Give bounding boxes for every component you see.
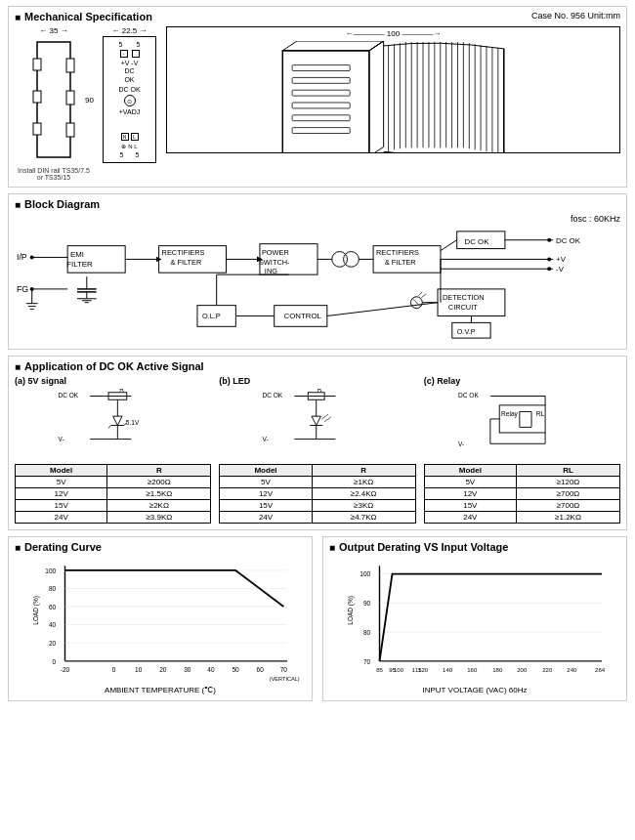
svg-text:200: 200 xyxy=(517,667,528,673)
derating-section: Derating Curve LOAD (%) 0 20 40 xyxy=(8,536,313,701)
svg-text:Relay: Relay xyxy=(501,410,518,418)
svg-text:& FILTER: & FILTER xyxy=(170,258,201,267)
top-terminal-labels: 55 xyxy=(119,41,141,48)
svg-text:EMI: EMI xyxy=(70,250,84,259)
label-dcok: DC OK xyxy=(118,86,140,93)
bot-terminal-labels: 55 xyxy=(120,151,140,158)
svg-rect-0 xyxy=(37,42,70,157)
svg-text:R: R xyxy=(119,389,124,393)
svg-text:DETECTION: DETECTION xyxy=(443,293,485,302)
svg-text:+V: +V xyxy=(556,255,567,264)
svg-text:V-: V- xyxy=(58,436,64,442)
dcok-col-c: (c) Relay DC OK Relay RL xyxy=(424,376,620,524)
svg-rect-34 xyxy=(292,77,350,83)
svg-text:O.L.P: O.L.P xyxy=(202,312,221,320)
svg-text:85: 85 xyxy=(376,667,383,673)
output-derating-chart: LOAD (%) 70 80 90 100 85 95 100 xyxy=(329,557,620,684)
svg-line-104 xyxy=(327,303,438,316)
block-diagram-area: I/P FG EMI FILTER xyxy=(15,226,620,343)
svg-text:FILTER: FILTER xyxy=(66,260,93,269)
svg-rect-6 xyxy=(33,123,41,135)
svg-text:140: 140 xyxy=(443,667,453,673)
fosc-label: fosc : 60KHz xyxy=(15,214,620,224)
svg-text:POWER: POWER xyxy=(262,248,289,257)
svg-text:120: 120 xyxy=(418,667,429,673)
svg-rect-1 xyxy=(66,59,74,72)
svg-text:80: 80 xyxy=(363,629,371,636)
mechanical-title: Mechanical Specification xyxy=(15,11,620,22)
svg-text:264: 264 xyxy=(595,667,606,673)
terminal-v-neg: - xyxy=(120,50,128,58)
svg-text:DC OK: DC OK xyxy=(58,392,78,399)
svg-rect-33 xyxy=(292,65,350,71)
svg-text:I/P: I/P xyxy=(17,252,27,262)
svg-rect-7 xyxy=(282,51,369,153)
svg-text:RL: RL xyxy=(535,410,544,417)
svg-text:100: 100 xyxy=(360,570,370,577)
svg-text:-20: -20 xyxy=(61,666,70,673)
svg-text:240: 240 xyxy=(567,667,577,673)
svg-text:RECTIFIERS: RECTIFIERS xyxy=(376,248,419,257)
svg-rect-137 xyxy=(499,405,545,433)
svg-text:& FILTER: & FILTER xyxy=(385,258,416,267)
svg-text:V-: V- xyxy=(263,436,269,442)
table-a: Model R 5V≥200Ω 12V≥1.5KΩ 15V≥2KΩ 24V≥3.… xyxy=(15,464,211,524)
profile-view: ← 35 → Inst xyxy=(15,26,93,181)
svg-text:100: 100 xyxy=(394,667,404,673)
svg-marker-116 xyxy=(113,416,122,425)
svg-text:40: 40 xyxy=(207,666,215,673)
svg-marker-129 xyxy=(312,416,320,425)
svg-text:R: R xyxy=(318,389,322,393)
derating-xlabel: AMBIENT TEMPERATURE (℃) xyxy=(15,686,306,694)
iso-view: ←———— 100 ————→ xyxy=(166,26,620,153)
page: Mechanical Specification Case No. 956 Un… xyxy=(0,0,635,707)
block-diagram-title: Block Diagram xyxy=(15,198,620,210)
svg-line-92 xyxy=(418,292,422,296)
svg-rect-38 xyxy=(292,128,350,134)
svg-text:RECTIFIERS: RECTIFIERS xyxy=(162,248,205,257)
label-vv-dc: +V -VDCOK xyxy=(121,60,139,84)
output-derating-title: Output Derating VS Input Voltage xyxy=(329,541,620,553)
terminal-dc-ok xyxy=(132,50,140,58)
dcok-sub-a: (a) 5V signal xyxy=(15,376,211,386)
svg-text:LOAD (%): LOAD (%) xyxy=(347,596,355,625)
svg-text:220: 220 xyxy=(542,667,553,673)
svg-marker-8 xyxy=(282,41,383,51)
dcok-section: Application of DC OK Active Signal (a) 5… xyxy=(8,356,627,530)
svg-rect-2 xyxy=(66,91,74,105)
charts-row: Derating Curve LOAD (%) 0 20 40 xyxy=(8,536,627,701)
front-body: 55 - +V -VDCOK DC OK ⊙ +VADJ N xyxy=(103,36,156,163)
svg-text:100: 100 xyxy=(45,567,56,574)
svg-text:90: 90 xyxy=(363,600,371,607)
svg-text:60: 60 xyxy=(49,604,57,610)
svg-line-132 xyxy=(324,417,331,422)
dcok-columns: (a) 5V signal DC OK R xyxy=(15,376,620,524)
svg-text:70: 70 xyxy=(280,666,288,673)
front-view: ← 22.5 → 90 55 - +V -VDCOK DC OK ⊙ xyxy=(103,26,156,163)
svg-text:LOAD (%): LOAD (%) xyxy=(32,596,40,625)
svg-point-69 xyxy=(344,252,360,268)
svg-point-41 xyxy=(30,255,34,259)
install-label: Install DIN rail TS35/7.5 or TS35/15 xyxy=(15,167,93,181)
svg-line-10 xyxy=(369,41,384,51)
svg-text:160: 160 xyxy=(467,667,478,673)
svg-text:80: 80 xyxy=(49,585,57,592)
table-b: Model R 5V≥1KΩ 12V≥2.4KΩ 15V≥3KΩ 24V≥4.7… xyxy=(219,464,415,524)
svg-line-118 xyxy=(108,426,111,429)
svg-marker-9 xyxy=(369,41,384,153)
svg-point-68 xyxy=(332,252,348,268)
svg-text:DC OK: DC OK xyxy=(556,236,581,245)
svg-text:FG: FG xyxy=(17,284,28,294)
derating-chart: LOAD (%) 0 20 40 60 80 100 xyxy=(15,557,306,684)
derating-title: Derating Curve xyxy=(15,541,306,553)
svg-text:O.V.P: O.V.P xyxy=(457,327,476,336)
dim-100: ←———— 100 ————→ xyxy=(346,29,442,38)
block-diagram-section: Block Diagram fosc : 60KHz I/P FG EM xyxy=(8,193,627,350)
svg-text:(VERTICAL): (VERTICAL) xyxy=(270,676,300,682)
terminal-nl-label: ⊕ N L xyxy=(121,143,137,149)
svg-text:50: 50 xyxy=(232,666,239,673)
terminal-n: N xyxy=(121,133,129,141)
svg-text:-V: -V xyxy=(556,265,565,273)
case-info: Case No. 956 Unit:mm xyxy=(531,11,620,21)
svg-rect-37 xyxy=(292,115,350,121)
